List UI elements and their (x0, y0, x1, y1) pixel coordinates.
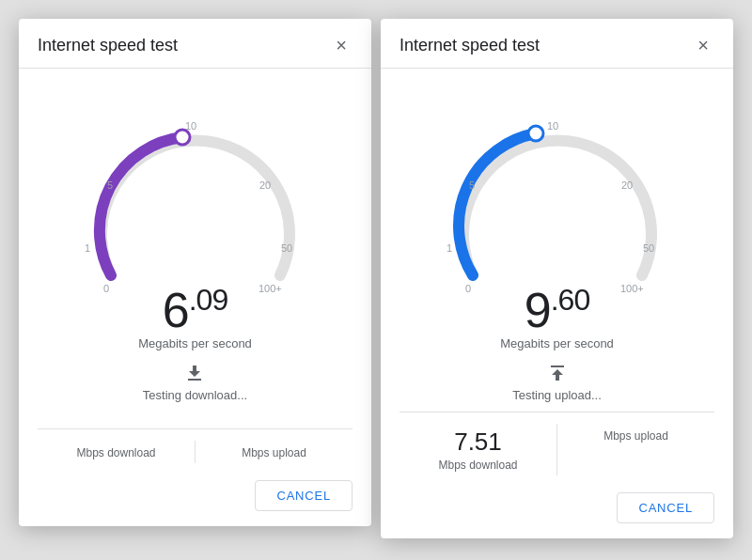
dialog-2: Internet speed test × 0 1 5 10 20 (381, 19, 733, 538)
dialog-1-header: Internet speed test × (19, 19, 371, 69)
dialog-1-upload-result: Mbps upload (195, 441, 352, 463)
dialog-2-upload-label: Mbps upload (557, 429, 714, 443)
gauge2-label-50: 50 (643, 242, 654, 254)
svg-rect-1 (188, 379, 201, 381)
gauge-label-50: 50 (281, 242, 292, 254)
dialog-1-close-button[interactable]: × (330, 34, 352, 56)
gauge2-label-0: 0 (465, 283, 471, 294)
svg-point-2 (528, 126, 543, 141)
dialog-2-status-text: Testing upload... (512, 388, 602, 402)
dialog-1-results: Mbps download Mbps upload (38, 428, 352, 471)
dialog-2-gauge: 0 1 5 10 20 50 100+ (426, 78, 689, 294)
gauge2-label-100: 100+ (620, 283, 644, 294)
svg-point-0 (175, 130, 190, 145)
gauge-label-100: 100+ (258, 283, 282, 294)
gauge-label-20: 20 (259, 179, 271, 191)
gauge-label-10: 10 (185, 120, 196, 132)
dialog-1-download-result: Mbps download (38, 441, 195, 463)
dialog-2-header: Internet speed test × (381, 19, 733, 69)
dialog-2-gauge-area: 0 1 5 10 20 50 100+ 9.60 Megabits per se… (381, 69, 733, 412)
gauge-label-5: 5 (107, 179, 113, 191)
dialog-2-speed: 9.60 Megabits per second (500, 285, 614, 350)
dialogs-container: Internet speed test × 0 (0, 0, 752, 560)
dialog-2-speed-unit: Megabits per second (500, 336, 614, 350)
dialog-2-upload-result: Mbps upload (556, 424, 714, 475)
dialog-2-download-label: Mbps download (400, 459, 556, 472)
dialog-1: Internet speed test × 0 (19, 19, 371, 526)
dialog-1-footer: CANCEL (19, 471, 371, 526)
gauge2-label-1: 1 (446, 242, 452, 254)
dialog-2-title: Internet speed test (400, 36, 540, 55)
dialog-1-status: Testing download... (143, 362, 247, 402)
dialog-1-title: Internet speed test (38, 36, 178, 55)
dialog-1-gauge: 0 1 5 10 20 50 100+ (64, 78, 327, 294)
dialog-1-gauge-area: 0 1 5 10 20 50 100+ 6.09 (19, 69, 371, 428)
dialog-1-status-text: Testing download... (143, 388, 247, 402)
dialog-2-close-button[interactable]: × (692, 34, 714, 56)
dialog-1-upload-label: Mbps upload (196, 446, 352, 459)
gauge-svg-1: 0 1 5 10 20 50 100+ (64, 78, 327, 294)
dialog-2-status: Testing upload... (512, 362, 602, 402)
gauge2-label-10: 10 (547, 120, 558, 132)
gauge-svg-2: 0 1 5 10 20 50 100+ (426, 78, 689, 294)
dialog-2-download-result: 7.51 Mbps download (400, 424, 556, 475)
gauge2-label-5: 5 (469, 179, 475, 191)
upload-icon (546, 362, 569, 384)
dialog-2-cancel-button[interactable]: CANCEL (617, 492, 714, 523)
gauge-label-1: 1 (85, 242, 90, 254)
gauge2-label-20: 20 (621, 179, 633, 191)
gauge-label-0: 0 (103, 283, 109, 294)
dialog-1-speed: 6.09 Megabits per second (138, 285, 252, 350)
svg-rect-3 (551, 366, 564, 367)
download-icon (183, 362, 206, 384)
dialog-2-download-value: 7.51 (400, 428, 556, 457)
dialog-1-cancel-button[interactable]: CANCEL (255, 480, 352, 511)
dialog-2-results: 7.51 Mbps download Mbps upload (400, 412, 714, 483)
dialog-2-footer: CANCEL (381, 483, 733, 538)
dialog-1-download-label: Mbps download (38, 446, 195, 459)
dialog-1-speed-unit: Megabits per second (138, 336, 252, 350)
